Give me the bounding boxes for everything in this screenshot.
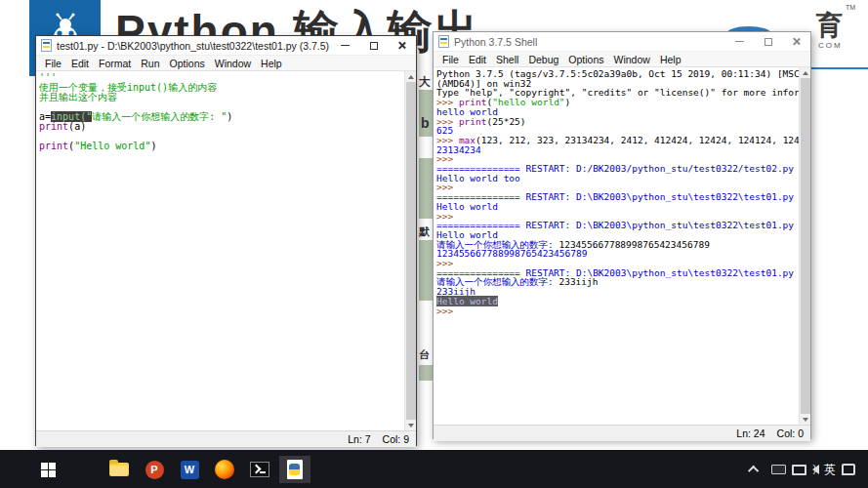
strip-green-block: [419, 158, 434, 219]
shell-menubar: FileEditShellDebugOptionsWindowHelp: [434, 52, 810, 67]
code-line: 并且输出这个内容: [39, 93, 404, 102]
taskbar-terminal[interactable]: [244, 456, 275, 483]
line-indicator: Ln: 7: [348, 433, 370, 445]
taskbar: P W 英: [0, 450, 868, 488]
taskbar-python-idle[interactable]: [279, 456, 310, 483]
scroll-up-icon[interactable]: [801, 67, 810, 78]
shell-window-title: Python 3.7.5 Shell: [454, 36, 725, 48]
line-indicator: Ln: 24: [736, 427, 765, 439]
device-icon: [771, 465, 786, 474]
folder-icon: [109, 463, 129, 476]
tray-action-center[interactable]: [840, 461, 857, 478]
page-divider: [806, 67, 868, 69]
close-button[interactable]: [388, 36, 416, 55]
shell-scrollbar-thumb[interactable]: [801, 78, 810, 414]
shell-scrollbar[interactable]: [799, 67, 810, 425]
editor-code: '''使用一个变量，接受input()输入的内容并且输出这个内容 a=input…: [39, 73, 404, 430]
taskbar-powerpoint[interactable]: P: [139, 456, 170, 483]
start-button[interactable]: [32, 456, 63, 483]
maximize-button[interactable]: [754, 32, 782, 51]
shell-text-area[interactable]: Python 3.7.5 (tags/v3.7.5:5c02a39a0b, Oc…: [434, 67, 810, 425]
code-line: 123455667788998765423456789: [436, 249, 799, 259]
menu-item[interactable]: File: [437, 54, 464, 65]
strip-char-2: b: [421, 115, 430, 131]
shell-window: Python 3.7.5 Shell FileEditShellDebugOpt…: [433, 31, 811, 439]
scroll-up-icon[interactable]: [406, 71, 416, 82]
powerpoint-icon: P: [145, 461, 164, 479]
code-line: a=input("请输入一个你想输入的数字: "): [39, 112, 404, 122]
minimize-button[interactable]: [725, 32, 754, 51]
editor-scrollbar-thumb[interactable]: [406, 82, 416, 420]
window-controls: [725, 32, 810, 51]
strip-green-block: [419, 240, 434, 301]
editor-text-area[interactable]: '''使用一个变量，接受input()输入的内容并且输出这个内容 a=input…: [36, 71, 416, 430]
display-icon: [792, 465, 806, 475]
code-line: 23134234: [436, 145, 799, 155]
background-strip: 大 b 默 台: [417, 72, 434, 385]
menu-item[interactable]: Options: [165, 58, 210, 69]
menu-item[interactable]: Options: [563, 54, 608, 65]
column-indicator: Col: 9: [383, 433, 409, 445]
menu-item[interactable]: Debug: [523, 54, 563, 65]
editor-scrollbar[interactable]: [404, 71, 416, 430]
menu-item[interactable]: File: [40, 58, 66, 69]
menu-item[interactable]: Help: [256, 58, 287, 69]
window-controls: [331, 36, 416, 55]
code-line: Hello world: [436, 297, 799, 306]
tray-volume[interactable]: [808, 461, 822, 478]
taskbar-file-explorer[interactable]: [103, 456, 135, 483]
windows-logo-icon: [41, 463, 56, 477]
notification-icon: [842, 464, 855, 475]
menu-item[interactable]: Window: [210, 58, 256, 69]
code-line: >>> max(123, 212, 323, 23134234, 2412, 4…: [436, 136, 799, 145]
logo-character: 育: [816, 8, 843, 43]
desktop: Python 输入输出 — · — — 育 TM COM 大 b 默 台 tes…: [0, 0, 868, 488]
tray-show-hidden-icons[interactable]: [747, 461, 763, 478]
python-file-icon: [41, 39, 52, 52]
code-line: Hello world: [436, 202, 799, 212]
speaker-icon: [812, 465, 819, 474]
shell-statusbar: Ln: 24 Col: 0: [434, 425, 810, 441]
minimize-button[interactable]: [331, 36, 359, 55]
word-icon: W: [181, 461, 199, 479]
taskbar-word[interactable]: W: [174, 456, 205, 483]
code-line: >>>: [436, 306, 799, 316]
strip-char-4: 台: [419, 347, 430, 362]
menu-item[interactable]: Window: [609, 54, 655, 65]
menu-item[interactable]: Shell: [491, 54, 523, 65]
python-shell-icon: [438, 35, 449, 48]
terminal-icon: [250, 462, 269, 477]
menu-item[interactable]: Format: [94, 58, 136, 69]
chevron-up-icon: [748, 466, 759, 476]
menu-item[interactable]: Run: [136, 58, 164, 69]
trademark-mark: TM: [846, 4, 855, 11]
scroll-down-icon[interactable]: [801, 414, 810, 425]
scroll-down-icon[interactable]: [406, 420, 416, 430]
taskbar-firefox[interactable]: [209, 456, 240, 483]
shell-titlebar[interactable]: Python 3.7.5 Shell: [434, 32, 810, 52]
menu-item[interactable]: Edit: [464, 54, 491, 65]
tray-ime-indicator[interactable]: 英: [822, 461, 838, 478]
logo-com-label: COM: [818, 41, 843, 50]
tray-display-icon[interactable]: [790, 461, 807, 478]
close-icon: [397, 41, 406, 50]
maximize-icon: [765, 38, 772, 46]
editor-window: test01.py - D:\BK2003\python_stu\test032…: [35, 35, 417, 446]
tray-device-icon[interactable]: [769, 461, 787, 478]
code-line: Hello world too: [436, 174, 799, 183]
maximize-button[interactable]: [359, 36, 388, 55]
code-line: print("Hello world"): [39, 142, 404, 151]
close-icon: [792, 37, 801, 46]
menu-item[interactable]: Edit: [66, 58, 94, 69]
strip-char-3: 默: [419, 224, 430, 239]
column-indicator: Col: 0: [777, 427, 804, 439]
editor-statusbar: Ln: 7 Col: 9: [36, 430, 416, 447]
editor-titlebar[interactable]: test01.py - D:\BK2003\python_stu\test032…: [36, 36, 416, 56]
shell-transcript: Python 3.7.5 (tags/v3.7.5:5c02a39a0b, Oc…: [436, 69, 799, 425]
strip-green-block: [419, 365, 434, 381]
code-line: >>> print(25*25): [436, 117, 799, 127]
python-icon: [287, 460, 303, 479]
code-line: print(a): [39, 122, 404, 132]
menu-item[interactable]: Help: [655, 54, 686, 65]
close-button[interactable]: [782, 32, 810, 51]
